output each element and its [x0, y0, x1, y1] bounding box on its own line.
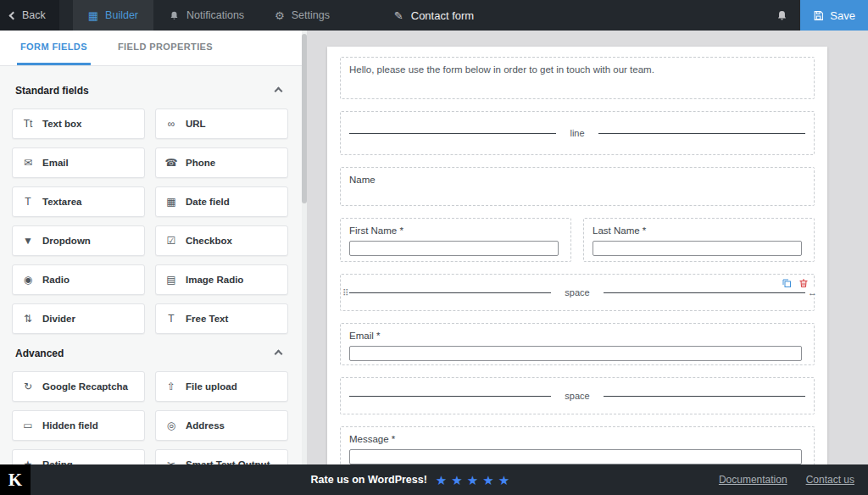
hidden-field-icon: ▭	[21, 420, 35, 431]
star-icon[interactable]: ★	[467, 474, 478, 487]
free-text-block[interactable]: Hello, please use the form below in orde…	[340, 57, 815, 99]
standard-fields-grid: Tt Text box ∞ URL ✉ Email ☎ Phone	[12, 108, 288, 334]
name-label: Name	[349, 175, 805, 185]
form-title[interactable]: ✎ Contact form	[394, 0, 474, 31]
space-divider-block-selected[interactable]: ⠿ space ↔	[340, 274, 815, 311]
link-icon: ∞	[164, 119, 178, 129]
section-advanced[interactable]: Advanced	[15, 348, 285, 359]
field-label: Email	[42, 158, 69, 168]
last-name-input[interactable]	[593, 241, 802, 256]
last-name-label: Last Name *	[593, 225, 805, 236]
field-label: Divider	[42, 314, 75, 324]
checkbox-icon: ☑	[164, 236, 178, 246]
envelope-icon: ✉	[21, 158, 35, 168]
sidebar: FORM FIELDS FIELD PROPERTIES Standard fi…	[0, 31, 307, 464]
documentation-link[interactable]: Documentation	[719, 474, 787, 486]
name-fields-row: First Name * Last Name *	[340, 218, 815, 262]
save-label: Save	[830, 9, 855, 22]
section-title: Standard fields	[15, 85, 89, 97]
name-block[interactable]: Name	[340, 167, 815, 206]
trash-icon[interactable]	[798, 278, 809, 288]
field-dropdown[interactable]: ▼ Dropdown	[12, 225, 145, 256]
bell-icon	[169, 10, 180, 21]
resize-handle-icon[interactable]: ↔	[808, 287, 817, 298]
first-name-block[interactable]: First Name *	[340, 218, 571, 262]
star-icon[interactable]: ★	[482, 474, 493, 487]
notifications-bell-button[interactable]	[764, 0, 800, 31]
chevron-up-icon	[275, 86, 283, 95]
chevron-up-icon	[275, 349, 283, 358]
field-radio[interactable]: ◉ Radio	[12, 264, 145, 295]
field-label: Address	[186, 420, 225, 431]
divider-line	[604, 396, 805, 397]
divider-line	[349, 292, 551, 293]
contact-us-link[interactable]: Contact us	[806, 474, 854, 486]
message-block[interactable]: Message *	[340, 426, 815, 464]
field-hidden[interactable]: ▭ Hidden field	[12, 410, 145, 441]
tab-notifications[interactable]: Notifications	[153, 0, 259, 31]
field-label: Textarea	[42, 197, 81, 207]
main-area: FORM FIELDS FIELD PROPERTIES Standard fi…	[0, 31, 868, 464]
star-icon[interactable]: ★	[436, 474, 447, 487]
field-divider[interactable]: ⇅ Divider	[12, 303, 145, 334]
message-label: Message *	[349, 434, 805, 444]
kali-forms-logo: K	[0, 464, 31, 495]
top-bar: Back ▦ Builder Notifications ⚙ Settings …	[0, 0, 868, 31]
divider-line	[349, 396, 551, 397]
divider-label: space	[565, 391, 589, 401]
drag-handle-icon[interactable]: ⠿	[342, 288, 348, 298]
tab-builder[interactable]: ▦ Builder	[73, 0, 153, 31]
tab-notifications-label: Notifications	[186, 9, 244, 21]
star-icon[interactable]: ★	[451, 474, 462, 487]
back-button[interactable]: Back	[0, 0, 59, 31]
field-checkbox[interactable]: ☑ Checkbox	[155, 225, 288, 256]
star-icon[interactable]: ★	[498, 474, 509, 487]
grid-icon: ▦	[88, 10, 98, 21]
field-label: File upload	[186, 381, 237, 392]
email-block[interactable]: Email *	[340, 323, 815, 365]
first-name-input[interactable]	[349, 241, 559, 256]
divider-label: line	[570, 128, 584, 138]
duplicate-icon[interactable]	[782, 278, 792, 288]
field-email[interactable]: ✉ Email	[12, 147, 145, 178]
footer-links: Documentation Contact us	[719, 474, 868, 486]
tab-form-fields[interactable]: FORM FIELDS	[17, 31, 91, 65]
field-phone[interactable]: ☎ Phone	[155, 147, 288, 178]
field-free-text[interactable]: T Free Text	[155, 303, 288, 334]
space-divider-block[interactable]: space	[340, 377, 815, 414]
advanced-fields-grid: ↻ Google Recaptcha ⇧ File upload ▭ Hidde…	[12, 371, 288, 464]
form-canvas: Hello, please use the form below in orde…	[307, 31, 868, 464]
form-preview: Hello, please use the form below in orde…	[327, 47, 827, 464]
field-text-box[interactable]: Tt Text box	[12, 108, 145, 139]
footer-bar: K Rate us on WordPress! ★ ★ ★ ★ ★ Docume…	[0, 464, 868, 495]
line-divider-block[interactable]: line	[340, 111, 815, 155]
tab-settings[interactable]: ⚙ Settings	[259, 0, 345, 31]
section-title: Advanced	[15, 348, 64, 359]
field-label: Image Radio	[186, 275, 243, 285]
form-title-label: Contact form	[411, 9, 474, 22]
field-textarea[interactable]: T Textarea	[12, 186, 145, 217]
tab-field-properties[interactable]: FIELD PROPERTIES	[114, 31, 216, 65]
field-google-recaptcha[interactable]: ↻ Google Recaptcha	[12, 371, 145, 402]
dropdown-icon: ▼	[21, 236, 35, 246]
section-standard-fields[interactable]: Standard fields	[15, 85, 285, 97]
field-label: Free Text	[186, 314, 228, 324]
field-label: Radio	[42, 275, 70, 285]
email-input[interactable]	[349, 346, 802, 361]
field-date[interactable]: ▦ Date field	[155, 186, 288, 217]
rate-us: Rate us on WordPress! ★ ★ ★ ★ ★	[311, 474, 510, 487]
field-rating[interactable]: ★ Rating	[12, 449, 145, 464]
field-file-upload[interactable]: ⇧ File upload	[155, 371, 288, 402]
sidebar-content: Standard fields Tt Text box ∞ URL ✉ Emai…	[0, 66, 302, 464]
field-address[interactable]: ◎ Address	[155, 410, 288, 441]
field-label: URL	[186, 119, 206, 129]
text-box-icon: Tt	[21, 119, 35, 129]
divider-line	[604, 292, 805, 293]
save-button[interactable]: Save	[800, 0, 868, 31]
last-name-block[interactable]: Last Name *	[583, 218, 815, 262]
recaptcha-icon: ↻	[21, 381, 35, 392]
message-input[interactable]	[349, 449, 802, 464]
field-smart-text-output[interactable]: ✂ Smart Text Output	[155, 449, 288, 464]
field-image-radio[interactable]: ▤ Image Radio	[155, 264, 288, 295]
field-url[interactable]: ∞ URL	[155, 108, 288, 139]
